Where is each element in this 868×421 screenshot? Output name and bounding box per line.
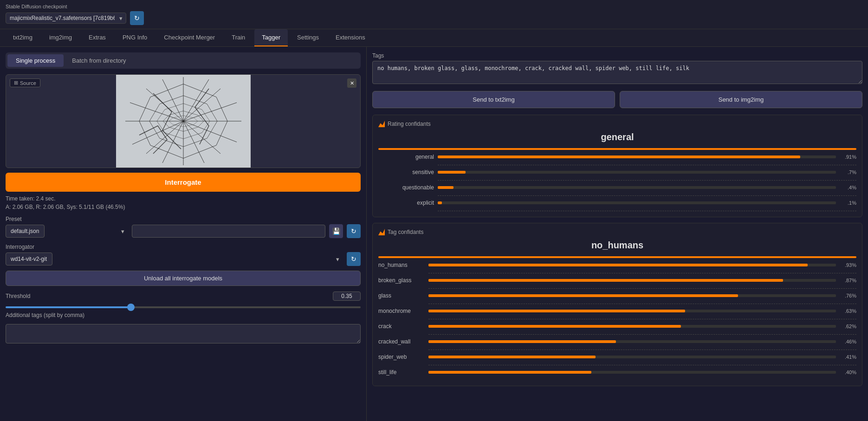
tag-track-still-life xyxy=(428,371,836,374)
tag-fill-no-humans xyxy=(428,264,808,266)
tags-label: Tags xyxy=(372,52,862,59)
send-img2img-button[interactable]: Send to img2img xyxy=(620,91,862,108)
rating-label-general: general xyxy=(378,154,434,160)
tag-label-spider-web: spider_web xyxy=(378,354,425,360)
interrogator-group: Interrogator wd14-vit-v2-git ↻ xyxy=(6,244,361,266)
tab-txt2img[interactable]: txt2img xyxy=(6,29,40,46)
rating-chart-icon xyxy=(378,121,385,127)
interrogator-refresh-button[interactable]: ↻ xyxy=(347,252,361,266)
tag-section-label: Tag confidants xyxy=(388,229,423,235)
tag-divider-4 xyxy=(428,319,856,319)
send-buttons: Send to txt2img Send to img2img xyxy=(372,91,862,108)
tag-chart-icon xyxy=(378,229,385,235)
tag-label-monochrome: monochrome xyxy=(378,308,425,314)
tags-section: Tags no humans, broken glass, glass, mon… xyxy=(372,52,862,85)
unload-models-button[interactable]: Unload all interrogate models xyxy=(6,271,361,286)
right-panel: Tags no humans, broken glass, glass, mon… xyxy=(367,47,868,421)
tag-bar-monochrome: monochrome .63% xyxy=(378,308,856,314)
send-txt2img-button[interactable]: Send to txt2img xyxy=(372,91,615,108)
interrogator-select[interactable]: wd14-vit-v2-git xyxy=(6,253,52,266)
tag-pct-glass: .76% xyxy=(840,293,856,298)
sub-tab-single[interactable]: Single process xyxy=(7,54,64,67)
checkpoint-select-wrapper: majicmixRealistic_v7.safetensors [7c819b… xyxy=(6,13,126,24)
tag-divider-6 xyxy=(428,350,856,350)
tag-label-broken-glass: broken_glass xyxy=(378,277,425,284)
rating-pct-questionable: .4% xyxy=(840,185,856,190)
interrogator-label: Interrogator xyxy=(6,244,361,250)
preset-group: Preset default.json 💾 ↻ xyxy=(6,216,361,238)
preset-save-button[interactable]: 💾 xyxy=(329,224,343,238)
rating-fill-questionable xyxy=(438,186,453,189)
tag-pct-still-life: .40% xyxy=(840,369,856,375)
tab-extensions[interactable]: Extensions xyxy=(328,29,373,46)
rating-section-header: Rating confidants xyxy=(378,121,856,127)
tag-track-cracked-wall xyxy=(428,340,836,343)
refresh-checkpoint-button[interactable]: ↻ xyxy=(130,11,144,25)
divider-4 xyxy=(438,211,856,211)
sub-tab-batch[interactable]: Batch from directory xyxy=(64,54,134,67)
rating-bar-general: general .91% xyxy=(378,154,856,160)
tag-fill-spider-web xyxy=(428,356,596,358)
tag-divider-1 xyxy=(428,273,856,273)
tag-track-monochrome xyxy=(428,310,836,312)
tag-fill-crack xyxy=(428,325,681,328)
tag-label-cracked-wall: cracked_wall xyxy=(378,338,425,345)
preset-select-wrapper: default.json xyxy=(6,225,128,238)
tag-divider-2 xyxy=(428,288,856,289)
threshold-row: Threshold xyxy=(6,291,361,301)
threshold-value-input[interactable] xyxy=(333,291,361,301)
preset-text-input[interactable] xyxy=(132,225,325,238)
rating-track-general xyxy=(438,155,836,158)
close-image-button[interactable]: ✕ xyxy=(347,78,356,88)
rating-fill-general xyxy=(438,155,800,158)
image-upload-area[interactable]: ⊞ Source ✕ xyxy=(6,74,361,168)
tag-bar-glass: glass .76% xyxy=(378,292,856,299)
tab-checkpoint-merger[interactable]: Checkpoint Merger xyxy=(156,29,222,46)
tab-settings[interactable]: Settings xyxy=(290,29,326,46)
tab-train[interactable]: Train xyxy=(224,29,253,46)
rating-pct-sensitive: .7% xyxy=(840,169,856,175)
tab-extras[interactable]: Extras xyxy=(81,29,113,46)
tag-pct-monochrome: .63% xyxy=(840,308,856,314)
tag-fill-still-life xyxy=(428,371,591,374)
tag-divider-7 xyxy=(428,365,856,365)
interrogate-button[interactable]: Interrogate xyxy=(6,173,361,192)
tag-bar-broken-glass: broken_glass .87% xyxy=(378,277,856,284)
tag-divider-3 xyxy=(428,304,856,304)
tag-chart-title: no_humans xyxy=(378,240,856,251)
tag-fill-glass xyxy=(428,294,738,297)
tab-img2img[interactable]: img2img xyxy=(42,29,79,46)
top-bar: Stable Diffusion checkpoint majicmixReal… xyxy=(0,0,868,29)
preset-refresh-button[interactable]: ↻ xyxy=(347,224,361,238)
tag-pct-broken-glass: .87% xyxy=(840,278,856,283)
preset-row: default.json 💾 ↻ xyxy=(6,224,361,238)
checkpoint-select[interactable]: majicmixRealistic_v7.safetensors [7c819b… xyxy=(6,13,126,24)
rating-bar-sensitive: sensitive .7% xyxy=(378,169,856,175)
main-layout: Single process Batch from directory ⊞ So… xyxy=(0,47,868,421)
rating-track-explicit xyxy=(438,201,836,204)
preset-select[interactable]: default.json xyxy=(6,225,45,238)
additional-tags-input[interactable] xyxy=(6,324,361,343)
tag-track-spider-web xyxy=(428,356,836,358)
tag-section-header: Tag confidants xyxy=(378,229,856,235)
tag-divider-5 xyxy=(428,334,856,335)
threshold-slider[interactable] xyxy=(6,306,361,308)
rating-pct-general: .91% xyxy=(840,154,856,160)
divider-1 xyxy=(438,165,856,165)
tag-track-glass xyxy=(428,294,836,297)
source-label: ⊞ Source xyxy=(10,78,40,87)
rating-label-explicit: explicit xyxy=(378,200,434,206)
memory-info-text: A: 2.06 GB, R: 2.06 GB, Sys: 5.1/11 GB (… xyxy=(6,204,361,210)
tags-textarea[interactable]: no humans, broken glass, glass, monochro… xyxy=(372,61,862,84)
tag-bar-crack: crack .62% xyxy=(378,323,856,330)
checkpoint-label: Stable Diffusion checkpoint xyxy=(6,4,862,9)
divider-3 xyxy=(438,195,856,196)
tab-tagger[interactable]: Tagger xyxy=(254,29,288,46)
time-taken-text: Time taken: 2.4 sec. xyxy=(6,195,361,202)
tag-pct-crack: .62% xyxy=(840,324,856,329)
tag-label-crack: crack xyxy=(378,323,425,330)
tag-label-still-life: still_life xyxy=(378,369,425,376)
tab-png-info[interactable]: PNG Info xyxy=(115,29,155,46)
tag-track-broken-glass xyxy=(428,279,836,282)
tag-pct-cracked-wall: .46% xyxy=(840,339,856,344)
